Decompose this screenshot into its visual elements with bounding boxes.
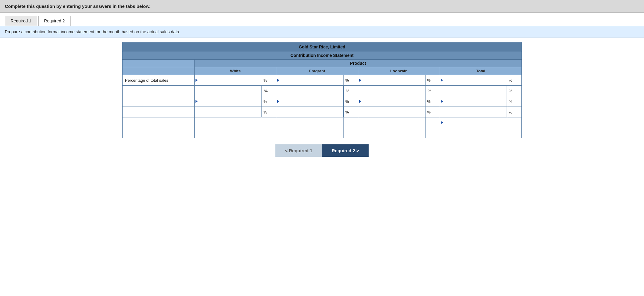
- loonzain-input-cell-r4: [358, 107, 426, 117]
- product-header: Product: [350, 61, 366, 66]
- row-label-6: [123, 128, 195, 138]
- row-label-4: [123, 107, 195, 117]
- fragrant-pct-r3-cell: %: [343, 96, 358, 107]
- table-row: % % %: [123, 107, 522, 117]
- total-input-cell-r2: [440, 86, 507, 96]
- loonzain-pct-r4-cell: %: [426, 107, 440, 117]
- loonzain-pct-r3-cell: %: [426, 96, 440, 107]
- row-label-2: [123, 86, 195, 96]
- white-pct-cell-r1: %: [262, 75, 276, 86]
- total-empty-r6: [440, 128, 507, 138]
- company-name: Gold Star Rice, Limited: [299, 44, 345, 49]
- white-input-cell-r1: [195, 75, 262, 86]
- loonzain-val-r4[interactable]: [358, 107, 426, 117]
- tab-required1[interactable]: Required 1: [5, 16, 37, 26]
- white-val-r3[interactable]: [199, 96, 262, 107]
- fragrant-empty-r6: [276, 128, 344, 138]
- description-bar: Prepare a contribution format income sta…: [0, 26, 644, 38]
- product-header-cell: Product: [195, 60, 522, 67]
- total-input-cell-r4: [440, 107, 507, 117]
- tab-required2[interactable]: Required 2: [38, 16, 71, 26]
- white-empty2-r5: [262, 117, 276, 128]
- total-pct-r1: %: [507, 78, 514, 83]
- total-pct-cell-r1: %: [507, 75, 522, 86]
- fragrant-empty-r5: [276, 117, 344, 128]
- total-empty2-r5: [507, 117, 522, 128]
- total-input-cell-r5: [440, 117, 507, 128]
- row-label-1: Percentage of total sales: [123, 75, 195, 86]
- fragrant-pct-r2-cell: %: [343, 86, 358, 96]
- loonzain-pct-r2-cell: %: [426, 86, 440, 96]
- fragrant-val-r2[interactable]: [276, 86, 343, 96]
- loonzain-input-cell-r2: [358, 86, 426, 96]
- loonzain-value-r1[interactable]: [362, 75, 426, 85]
- next-button[interactable]: Required 2 >: [322, 144, 369, 157]
- loonzain-pct-cell-r1: %: [426, 75, 440, 86]
- triangle-indicator-4: [441, 79, 443, 82]
- fragrant-val-r3[interactable]: [280, 96, 343, 107]
- white-val-r4[interactable]: [195, 107, 262, 117]
- loonzain-empty2-r6: [426, 128, 440, 138]
- fragrant-pct-r4-cell: %: [343, 107, 358, 117]
- row-label-3: [123, 96, 195, 107]
- white-column-header: White: [195, 67, 276, 75]
- white-empty-r6: [195, 128, 262, 138]
- loonzain-input-cell-r1: [358, 75, 426, 86]
- loonzain-pct-r1: %: [426, 78, 432, 83]
- tri-r3-total: [441, 100, 443, 103]
- total-input-cell-r3: [440, 96, 507, 107]
- prev-button[interactable]: < Required 1: [275, 144, 322, 157]
- loonzain-val-r2[interactable]: [358, 86, 426, 96]
- label-column-header: [123, 67, 195, 75]
- tri-r3-fragrant: [277, 100, 279, 103]
- triangle-indicator-2: [277, 79, 279, 82]
- main-content: Gold Star Rice, Limited Contribution Inc…: [0, 38, 644, 162]
- triangle-indicator-1: [196, 79, 198, 82]
- white-empty2-r6: [262, 128, 276, 138]
- table-row: % %: [123, 86, 522, 96]
- fragrant-val-r4[interactable]: [276, 107, 343, 117]
- total-val-r5[interactable]: [444, 117, 507, 128]
- instruction-text: Complete this question by entering your …: [5, 4, 150, 9]
- total-pct-r3-cell: %: [507, 96, 522, 107]
- total-column-header: Total: [440, 67, 521, 75]
- total-val-r4[interactable]: [440, 107, 507, 117]
- fragrant-input-cell-r4: [276, 107, 344, 117]
- total-pct-r4-cell: %: [507, 107, 522, 117]
- fragrant-input-cell-r2: [276, 86, 344, 96]
- table-title-cell: Contribution Income Statement: [123, 51, 522, 60]
- white-pct-r4-cell: %: [262, 107, 276, 117]
- white-pct-r1: %: [262, 78, 269, 83]
- page-header: Complete this question by entering your …: [0, 0, 644, 13]
- total-value-r1[interactable]: [444, 75, 507, 85]
- fragrant-input-cell-r3: [276, 96, 344, 107]
- description-text: Prepare a contribution format income sta…: [5, 29, 180, 34]
- total-empty2-r6: [507, 128, 522, 138]
- table-title: Contribution Income Statement: [291, 53, 353, 58]
- table-container: Gold Star Rice, Limited Contribution Inc…: [122, 42, 522, 157]
- fragrant-empty2-r5: [343, 117, 358, 128]
- white-pct-r2-cell: %: [262, 86, 276, 96]
- total-val-r2[interactable]: [440, 86, 507, 96]
- nav-buttons: < Required 1 Required 2 >: [122, 144, 522, 157]
- table-row: Percentage of total sales %: [123, 75, 522, 86]
- white-val-r2[interactable]: [195, 86, 262, 96]
- fragrant-column-header: Fragrant: [276, 67, 358, 75]
- triangle-indicator-3: [359, 79, 361, 82]
- fragrant-value-r1[interactable]: [280, 75, 343, 85]
- loonzain-empty-r6: [358, 128, 426, 138]
- tri-r3-loonzain: [359, 100, 361, 103]
- total-val-r3[interactable]: [444, 96, 507, 107]
- loonzain-column-header: Loonzain: [358, 67, 440, 75]
- white-pct-r3-cell: %: [262, 96, 276, 107]
- table-row: [123, 128, 522, 138]
- loonzain-input-cell-r3: [358, 96, 426, 107]
- tri-r5-total: [441, 121, 443, 124]
- fragrant-pct-r1: %: [344, 78, 350, 83]
- white-empty-r5: [195, 117, 262, 128]
- white-input-cell-r2: [195, 86, 262, 96]
- fragrant-pct-cell-r1: %: [343, 75, 358, 86]
- loonzain-val-r3[interactable]: [362, 96, 426, 107]
- total-input-cell-r1: [440, 75, 507, 86]
- white-value-r1[interactable]: [199, 75, 262, 85]
